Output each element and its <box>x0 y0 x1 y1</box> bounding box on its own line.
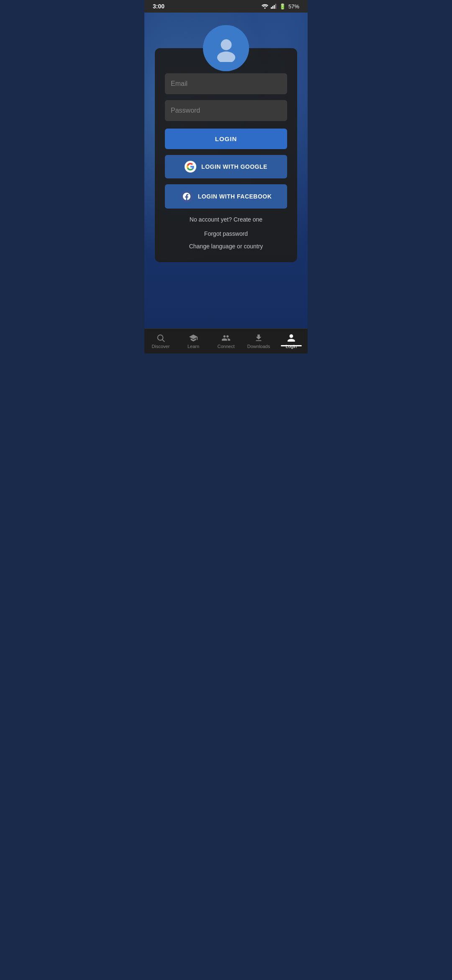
svg-rect-2 <box>274 5 275 9</box>
nav-item-discover[interactable]: Discover <box>144 333 177 349</box>
nav-label-login: Login <box>286 344 297 349</box>
change-language-link[interactable]: Change language or country <box>189 243 263 250</box>
login-button[interactable]: LOGIN <box>165 129 287 149</box>
nav-item-downloads[interactable]: Downloads <box>242 333 275 349</box>
nav-item-learn[interactable]: Learn <box>177 333 210 349</box>
login-card: LOGIN LOGIN WITH GOOGLE LOGIN WITH FACEB… <box>155 48 297 262</box>
status-bar: 3:00 🔋 57% <box>144 0 308 13</box>
content-wrapper: LOGIN LOGIN WITH GOOGLE LOGIN WITH FACEB… <box>144 13 308 328</box>
battery-icon: 🔋 <box>279 3 286 10</box>
nav-item-connect[interactable]: Connect <box>210 333 242 349</box>
bottom-nav: Discover Learn Connect Downloads Login <box>144 328 308 353</box>
login-google-button[interactable]: LOGIN WITH GOOGLE <box>165 155 287 178</box>
person-icon <box>287 333 296 343</box>
status-time: 3:00 <box>153 3 164 10</box>
google-icon <box>185 161 196 173</box>
battery-percent: 57% <box>288 3 299 10</box>
svg-rect-1 <box>272 6 273 9</box>
forgot-password-link[interactable]: Forgot password <box>204 230 248 237</box>
nav-label-learn: Learn <box>187 344 199 349</box>
avatar <box>203 25 249 71</box>
download-icon <box>254 333 263 343</box>
graduation-icon <box>189 333 198 343</box>
svg-point-4 <box>221 39 231 50</box>
avatar-svg <box>213 35 240 62</box>
status-icons: 🔋 57% <box>262 3 299 10</box>
password-field[interactable] <box>165 100 287 121</box>
email-field[interactable] <box>165 73 287 94</box>
facebook-icon <box>180 190 193 203</box>
search-icon <box>156 333 165 343</box>
login-facebook-button[interactable]: LOGIN WITH FACEBOOK <box>165 184 287 209</box>
svg-line-7 <box>162 340 164 342</box>
wifi-icon <box>262 4 268 9</box>
svg-rect-0 <box>271 7 272 9</box>
nav-label-connect: Connect <box>218 344 235 349</box>
svg-point-5 <box>217 52 235 62</box>
svg-rect-3 <box>275 4 276 9</box>
nav-label-discover: Discover <box>152 344 170 349</box>
create-account-link[interactable]: No account yet? Create one <box>190 216 262 223</box>
nav-item-login[interactable]: Login <box>275 333 308 349</box>
svg-point-6 <box>158 335 163 340</box>
nav-label-downloads: Downloads <box>247 344 270 349</box>
signal-icon <box>271 4 277 9</box>
nav-active-indicator <box>281 345 302 346</box>
people-icon <box>221 333 231 343</box>
